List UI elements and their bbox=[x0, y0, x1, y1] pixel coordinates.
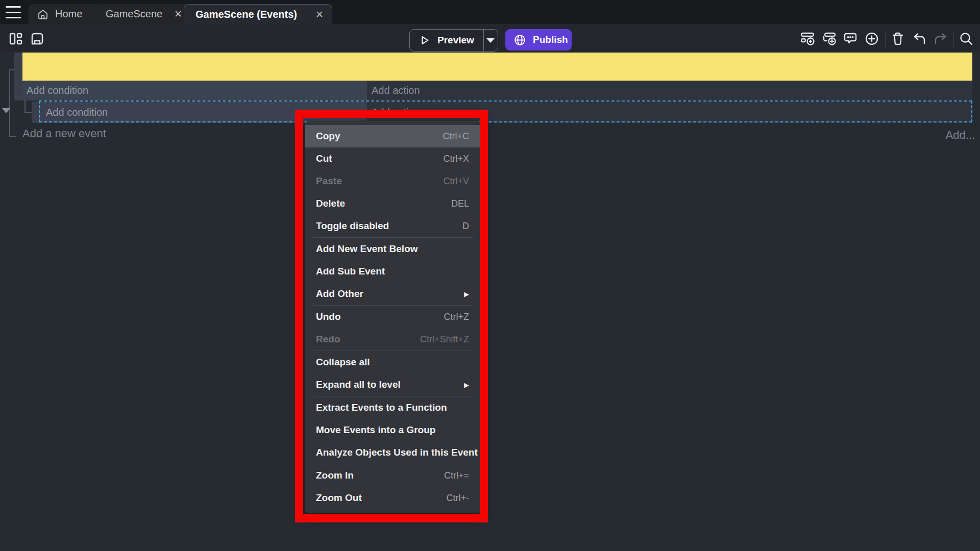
menu-item-copy[interactable]: Copy Ctrl+C bbox=[305, 125, 481, 147]
home-icon bbox=[37, 8, 49, 20]
tree-line bbox=[24, 112, 32, 113]
tab-bar: Home GameScene ✕ GameScene (Events) ✕ bbox=[0, 0, 980, 24]
tab-home-label: Home bbox=[55, 8, 82, 20]
add-action-button-sub[interactable]: Add action bbox=[367, 102, 972, 123]
globe-icon bbox=[513, 34, 526, 46]
menu-item-add-other[interactable]: Add Other ▶ bbox=[305, 283, 481, 305]
divider bbox=[953, 31, 954, 47]
play-icon bbox=[419, 35, 430, 46]
collapse-event-arrow[interactable] bbox=[2, 108, 10, 113]
tab-gamescene[interactable]: GameScene ✕ bbox=[95, 4, 190, 24]
menu-item-label: Cut bbox=[316, 153, 332, 164]
menu-item-collapse-all[interactable]: Collapse all bbox=[305, 351, 481, 373]
event-drag-handle[interactable] bbox=[14, 53, 22, 101]
menu-item-label: Zoom In bbox=[316, 470, 354, 481]
menu-item-label: Redo bbox=[316, 334, 340, 345]
menu-item-add-new-event-below[interactable]: Add New Event Below bbox=[305, 238, 481, 260]
menu-item-redo[interactable]: Redo Ctrl+Shift+Z bbox=[305, 328, 481, 350]
menu-item-label: Add New Event Below bbox=[316, 243, 418, 255]
menu-item-label: Move Events into a Group bbox=[316, 424, 435, 436]
preview-button[interactable]: Preview bbox=[409, 29, 498, 52]
tab-gamescene-events[interactable]: GameScene (Events) ✕ bbox=[184, 4, 332, 24]
events-sheet: Add condition Add action Add condition A… bbox=[0, 52, 980, 551]
menu-item-zoom-in[interactable]: Zoom In Ctrl+= bbox=[305, 464, 481, 487]
comment-event[interactable] bbox=[22, 53, 972, 81]
preview-dropdown-button[interactable] bbox=[484, 38, 498, 43]
menu-item-label: Collapse all bbox=[316, 357, 370, 368]
add-sub-event-icon[interactable] bbox=[822, 31, 837, 46]
add-circle-icon[interactable] bbox=[864, 31, 879, 46]
menu-item-shortcut: Ctrl+C bbox=[443, 131, 469, 142]
tree-line bbox=[9, 69, 10, 137]
close-icon[interactable]: ✕ bbox=[174, 9, 182, 19]
tab-gamescene-events-label: GameScene (Events) bbox=[195, 9, 297, 20]
add-condition-button[interactable]: Add condition bbox=[22, 81, 367, 101]
redo-icon[interactable] bbox=[933, 31, 948, 46]
tree-line bbox=[9, 136, 16, 137]
menu-item-toggle-disabled[interactable]: Toggle disabled D bbox=[305, 215, 481, 237]
preview-label: Preview bbox=[437, 35, 474, 46]
add-action-button[interactable]: Add action bbox=[367, 81, 972, 101]
menu-item-shortcut: Ctrl+- bbox=[447, 493, 470, 504]
main-menu-icon[interactable] bbox=[6, 6, 21, 18]
menu-item-shortcut: D bbox=[462, 221, 469, 232]
add-ellipsis-button[interactable]: Add... bbox=[946, 129, 975, 142]
tab-home[interactable]: Home bbox=[29, 4, 101, 24]
menu-item-label: Zoom Out bbox=[316, 492, 362, 504]
menu-item-label: Add Sub Event bbox=[316, 266, 385, 277]
menu-item-extract-events-to-function[interactable]: Extract Events to a Function bbox=[305, 396, 481, 419]
menu-item-label: Undo bbox=[316, 311, 341, 322]
undo-icon[interactable] bbox=[912, 31, 927, 46]
menu-item-label: Copy bbox=[316, 131, 340, 142]
submenu-arrow-icon: ▶ bbox=[464, 290, 469, 298]
tree-line bbox=[24, 100, 26, 112]
menu-item-expand-all-to-level[interactable]: Expand all to level ▶ bbox=[305, 373, 481, 396]
menu-item-label: Add Other bbox=[316, 288, 363, 299]
menu-item-delete[interactable]: Delete DEL bbox=[305, 192, 481, 215]
menu-item-label: Paste bbox=[316, 176, 342, 187]
chevron-down-icon bbox=[486, 38, 495, 43]
menu-item-label: Analyze Objects Used in this Event bbox=[316, 447, 478, 458]
publish-button[interactable]: Publish bbox=[505, 29, 572, 51]
menu-item-shortcut: Ctrl+= bbox=[444, 470, 469, 481]
search-icon[interactable] bbox=[959, 31, 974, 46]
submenu-arrow-icon: ▶ bbox=[464, 381, 469, 389]
menu-item-label: Extract Events to a Function bbox=[316, 402, 447, 413]
delete-icon[interactable] bbox=[890, 31, 905, 46]
menu-item-shortcut: Ctrl+X bbox=[443, 154, 469, 164]
add-event-icon[interactable] bbox=[800, 31, 816, 46]
save-icon[interactable] bbox=[30, 31, 45, 46]
context-menu: Copy Ctrl+C Cut Ctrl+X Paste Ctrl+V Dele… bbox=[305, 121, 481, 513]
publish-label: Publish bbox=[533, 34, 568, 45]
menu-item-zoom-out[interactable]: Zoom Out Ctrl+- bbox=[305, 487, 481, 509]
menu-item-move-events-into-group[interactable]: Move Events into a Group bbox=[305, 419, 481, 441]
menu-item-label: Expand all to level bbox=[316, 379, 401, 390]
add-new-event-button[interactable]: Add a new event bbox=[22, 127, 106, 140]
menu-item-analyze-objects[interactable]: Analyze Objects Used in this Event bbox=[305, 441, 481, 464]
menu-item-label: Toggle disabled bbox=[316, 220, 389, 232]
divider bbox=[885, 31, 886, 47]
menu-item-paste[interactable]: Paste Ctrl+V bbox=[305, 170, 481, 192]
menu-item-shortcut: Ctrl+Shift+Z bbox=[420, 334, 469, 345]
menu-item-shortcut: Ctrl+V bbox=[443, 176, 469, 187]
menu-item-label: Delete bbox=[316, 198, 345, 209]
add-condition-button-sub[interactable]: Add condition bbox=[39, 102, 367, 123]
add-comment-icon[interactable] bbox=[843, 31, 858, 46]
panels-icon[interactable] bbox=[8, 31, 23, 46]
menu-item-undo[interactable]: Undo Ctrl+Z bbox=[305, 306, 481, 328]
events-toolbar: Preview Publish bbox=[0, 24, 980, 52]
menu-item-shortcut: DEL bbox=[451, 198, 469, 209]
tab-gamescene-label: GameScene bbox=[106, 8, 162, 20]
menu-item-shortcut: Ctrl+Z bbox=[444, 312, 470, 322]
menu-item-cut[interactable]: Cut Ctrl+X bbox=[305, 147, 481, 170]
menu-item-add-sub-event[interactable]: Add Sub Event bbox=[305, 260, 481, 283]
sub-event-drag-handle[interactable] bbox=[32, 102, 39, 123]
close-icon[interactable]: ✕ bbox=[315, 10, 324, 19]
